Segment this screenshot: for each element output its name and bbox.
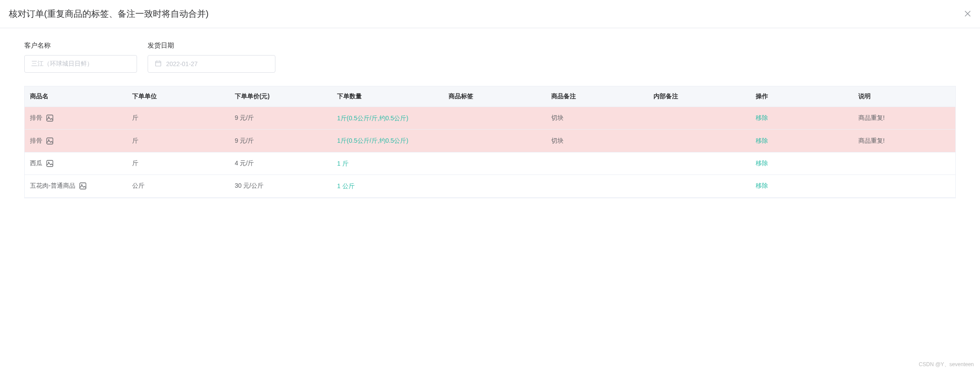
product-name-text: 排骨 — [30, 137, 42, 145]
cell-action: 移除 — [750, 107, 853, 130]
svg-point-7 — [48, 116, 49, 118]
cell-price: 9 元/斤 — [230, 107, 332, 130]
qty-link[interactable]: 1 斤 — [337, 160, 349, 167]
cell-desc: 商品重复! — [853, 107, 955, 130]
cell-name: 排骨 — [25, 107, 127, 130]
cell-tag — [443, 152, 546, 174]
cell-desc: 商品重复! — [853, 130, 955, 152]
table-header-row: 商品名 下单单位 下单单价(元) 下单数量 商品标签 商品备注 内部备注 操作 … — [25, 86, 955, 107]
col-header-qty: 下单数量 — [332, 86, 443, 107]
col-header-remark: 商品备注 — [546, 86, 648, 107]
cell-unit: 斤 — [127, 107, 229, 130]
col-header-name: 商品名 — [25, 86, 127, 107]
cell-internal — [648, 107, 750, 130]
close-icon[interactable] — [964, 10, 971, 19]
cell-qty: 1 公斤 — [332, 175, 443, 197]
date-form-item: 发货日期 2022-01-27 — [148, 41, 275, 73]
cell-price: 4 元/斤 — [230, 152, 332, 174]
cell-action: 移除 — [750, 175, 853, 197]
cell-name: 排骨 — [25, 130, 127, 152]
cell-qty: 1斤(0.5公斤/斤,约0.5公斤) — [332, 107, 443, 130]
cell-unit: 斤 — [127, 130, 229, 152]
cell-tag — [443, 175, 546, 197]
qty-link[interactable]: 1斤(0.5公斤/斤,约0.5公斤) — [337, 115, 408, 122]
svg-rect-6 — [47, 115, 53, 121]
col-header-tag: 商品标签 — [443, 86, 546, 107]
cell-action: 移除 — [750, 152, 853, 174]
modal-header: 核对订单(重复商品的标签、备注一致时将自动合并) — [0, 0, 980, 28]
order-table-container: 商品名 下单单位 下单单价(元) 下单数量 商品标签 商品备注 内部备注 操作 … — [24, 86, 956, 198]
cell-internal — [648, 152, 750, 174]
customer-form-item: 客户名称 三江（环球城日日鲜） — [24, 41, 137, 73]
svg-rect-12 — [80, 183, 86, 189]
remove-button[interactable]: 移除 — [756, 137, 768, 144]
cell-remark: 切块 — [546, 130, 648, 152]
cell-price: 9 元/斤 — [230, 130, 332, 152]
date-label: 发货日期 — [148, 41, 275, 50]
col-header-internal: 内部备注 — [648, 86, 750, 107]
cell-name: 五花肉-普通商品 — [25, 175, 127, 197]
table-row: 西瓜斤4 元/斤1 斤移除 — [25, 152, 955, 174]
svg-point-9 — [48, 139, 49, 141]
form-row: 客户名称 三江（环球城日日鲜） 发货日期 2022-01-27 — [24, 41, 956, 73]
cell-action: 移除 — [750, 130, 853, 152]
product-name-text: 西瓜 — [30, 160, 42, 167]
cell-unit: 斤 — [127, 152, 229, 174]
svg-rect-8 — [47, 138, 53, 144]
cell-remark: 切块 — [546, 107, 648, 130]
modal-title: 核对订单(重复商品的标签、备注一致时将自动合并) — [9, 8, 208, 20]
remove-button[interactable]: 移除 — [756, 114, 768, 121]
product-name-text: 排骨 — [30, 114, 42, 122]
table-row: 五花肉-普通商品公斤30 元/公斤1 公斤移除 — [25, 175, 955, 197]
qty-link[interactable]: 1斤(0.5公斤/斤,约0.5公斤) — [337, 137, 408, 144]
image-icon[interactable] — [46, 114, 54, 122]
remove-button[interactable]: 移除 — [756, 160, 768, 167]
qty-link[interactable]: 1 公斤 — [337, 182, 355, 189]
customer-value: 三江（环球城日日鲜） — [31, 60, 93, 68]
product-name-text: 五花肉-普通商品 — [30, 182, 75, 190]
col-header-desc: 说明 — [853, 86, 955, 107]
cell-unit: 公斤 — [127, 175, 229, 197]
image-icon[interactable] — [79, 182, 87, 190]
image-icon[interactable] — [46, 160, 54, 167]
remove-button[interactable]: 移除 — [756, 182, 768, 189]
cell-qty: 1 斤 — [332, 152, 443, 174]
customer-input[interactable]: 三江（环球城日日鲜） — [24, 55, 137, 73]
cell-desc — [853, 152, 955, 174]
col-header-price: 下单单价(元) — [230, 86, 332, 107]
cell-remark — [546, 152, 648, 174]
calendar-icon — [155, 60, 162, 68]
date-input[interactable]: 2022-01-27 — [148, 55, 275, 73]
image-icon[interactable] — [46, 137, 54, 145]
svg-point-13 — [81, 185, 82, 186]
svg-rect-2 — [156, 61, 161, 66]
cell-name: 西瓜 — [25, 152, 127, 174]
modal-body: 客户名称 三江（环球城日日鲜） 发货日期 2022-01-27 — [0, 28, 980, 211]
table-row: 排骨斤9 元/斤1斤(0.5公斤/斤,约0.5公斤)切块移除商品重复! — [25, 130, 955, 152]
svg-rect-10 — [47, 160, 53, 167]
col-header-action: 操作 — [750, 86, 853, 107]
order-table: 商品名 下单单位 下单单价(元) 下单数量 商品标签 商品备注 内部备注 操作 … — [25, 86, 955, 198]
cell-price: 30 元/公斤 — [230, 175, 332, 197]
customer-label: 客户名称 — [24, 41, 137, 50]
cell-desc — [853, 175, 955, 197]
cell-tag — [443, 107, 546, 130]
cell-internal — [648, 175, 750, 197]
col-header-unit: 下单单位 — [127, 86, 229, 107]
table-row: 排骨斤9 元/斤1斤(0.5公斤/斤,约0.5公斤)切块移除商品重复! — [25, 107, 955, 130]
cell-internal — [648, 130, 750, 152]
cell-remark — [546, 175, 648, 197]
date-value: 2022-01-27 — [166, 60, 198, 67]
cell-qty: 1斤(0.5公斤/斤,约0.5公斤) — [332, 130, 443, 152]
svg-point-11 — [48, 162, 49, 163]
cell-tag — [443, 130, 546, 152]
